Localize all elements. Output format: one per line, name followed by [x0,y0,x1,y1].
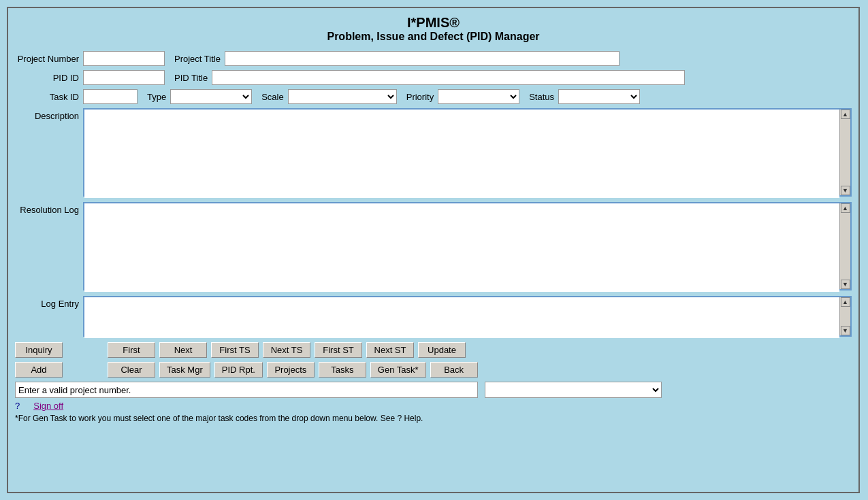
resolution-scroll-up[interactable]: ▲ [841,203,850,213]
log-entry-textarea[interactable] [84,297,839,338]
scale-label: Scale [261,92,284,102]
pid-row: PID ID PID Title [15,70,852,85]
footer-links: ? Sign off [15,401,852,411]
description-border: ▲ ▼ [83,108,852,197]
task-row: Task ID Type Scale Priority Status [15,89,852,104]
description-scrollbar: ▲ ▼ [839,110,850,195]
clear-button[interactable]: Clear [108,362,155,378]
next-button[interactable]: Next [159,342,207,358]
project-title-label: Project Title [174,54,221,64]
project-number-label: Project Number [15,54,83,64]
description-section: Description ▲ ▼ [15,108,852,197]
logentry-border: ▲ ▼ [83,296,852,337]
footer-note: *For Gen Task to work you must select on… [15,414,852,423]
app-container: I*PMIS® Problem, Issue and Defect (PID) … [7,7,860,493]
first-st-button[interactable]: First ST [315,342,362,358]
status-right-select[interactable] [485,382,662,398]
add-button[interactable]: Add [15,362,63,378]
task-id-input[interactable] [83,89,138,104]
pid-id-label: PID ID [15,73,83,83]
resolution-section: Resolution Log ▲ ▼ [15,202,852,290]
logentry-scroll-up[interactable]: ▲ [841,297,850,307]
update-button[interactable]: Update [418,342,466,358]
resolution-log-label: Resolution Log [15,202,83,215]
title-area: I*PMIS® Problem, Issue and Defect (PID) … [15,15,852,43]
project-row: Project Number Project Title [15,51,852,66]
inquiry-button[interactable]: Inquiry [15,342,63,358]
pid-title-label: PID Title [174,73,208,83]
type-select[interactable] [170,89,252,104]
resolution-textarea[interactable] [84,203,839,292]
logentry-scrollbar: ▲ ▼ [839,297,850,335]
resolution-scrollbar: ▲ ▼ [839,203,850,289]
priority-label: Priority [406,92,434,102]
status-label: Status [529,92,554,102]
scale-select[interactable] [288,89,397,104]
description-label: Description [15,108,83,121]
next-ts-button[interactable]: Next TS [263,342,310,358]
pid-rpt-button[interactable]: PID Rpt. [214,362,263,378]
logentry-scroll-down[interactable]: ▼ [841,326,850,335]
help-link[interactable]: ? [15,401,20,411]
description-wrapper: ▲ ▼ [83,108,852,197]
sign-off-link[interactable]: Sign off [33,401,63,411]
first-button[interactable]: First [108,342,155,358]
first-ts-button[interactable]: First TS [211,342,259,358]
project-number-input[interactable] [83,51,165,66]
button-row-1: Inquiry First Next First TS Next TS Firs… [15,342,852,358]
button-row-2: Add Clear Task Mgr PID Rpt. Projects Tas… [15,362,852,378]
task-id-label: Task ID [15,92,83,102]
description-scroll-down[interactable]: ▼ [841,186,850,195]
gen-task-button[interactable]: Gen Task* [370,362,426,378]
status-message-input [15,382,478,398]
next-st-button[interactable]: Next ST [366,342,414,358]
project-title-input[interactable] [225,51,620,66]
resolution-wrapper: ▲ ▼ [83,202,852,290]
app-title: I*PMIS® [15,15,852,31]
description-scroll-up[interactable]: ▲ [841,110,850,119]
description-textarea[interactable] [84,110,839,198]
status-select[interactable] [558,89,640,104]
logentry-wrapper: ▲ ▼ [83,296,852,337]
logentry-section: Log Entry ▲ ▼ [15,296,852,337]
status-row [15,382,852,398]
pid-title-input[interactable] [212,70,685,85]
log-entry-label: Log Entry [15,296,83,309]
task-mgr-button[interactable]: Task Mgr [159,362,210,378]
resolution-border: ▲ ▼ [83,202,852,290]
projects-button[interactable]: Projects [267,362,315,378]
priority-select[interactable] [438,89,519,104]
back-button[interactable]: Back [430,362,478,378]
resolution-scroll-down[interactable]: ▼ [841,280,850,289]
pid-id-input[interactable] [83,70,165,85]
app-subtitle: Problem, Issue and Defect (PID) Manager [15,31,852,43]
tasks-button[interactable]: Tasks [319,362,366,378]
type-label: Type [147,92,166,102]
